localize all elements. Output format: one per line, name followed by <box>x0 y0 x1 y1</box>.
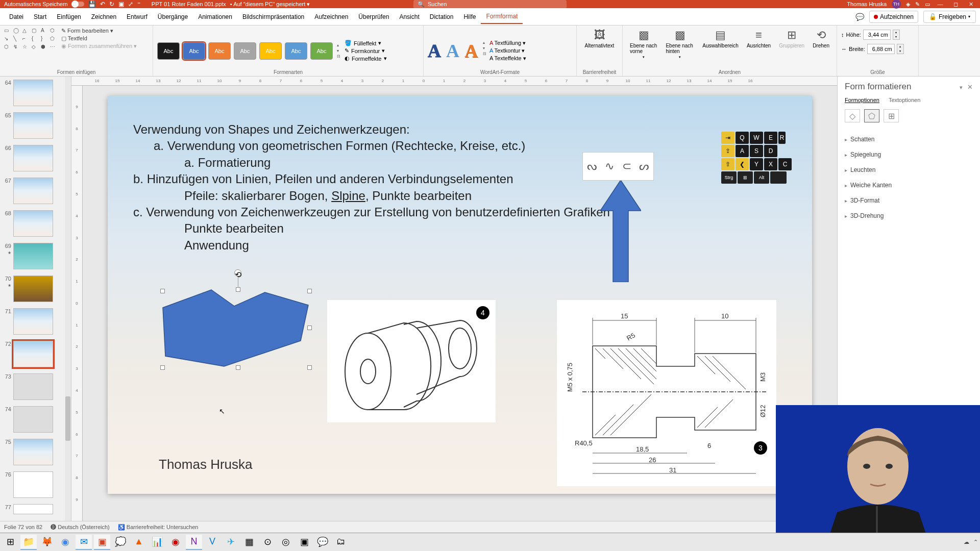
gallery-more-icon[interactable]: ⊟ <box>337 54 340 59</box>
tab-formoptionen[interactable]: Formoptionen <box>845 97 879 103</box>
shape-styles-gallery[interactable]: Abc Abc Abc Abc Abc Abc Abc ▴ ▾ ⊟ <box>157 42 340 60</box>
user-avatar[interactable]: TH <box>892 0 901 9</box>
thumb-65[interactable] <box>13 112 53 139</box>
thumbs-scrollbar[interactable] <box>65 77 71 521</box>
wordart-style-1[interactable]: A <box>428 40 441 62</box>
textfuellung-button[interactable]: A Textfüllung ▾ <box>489 40 526 46</box>
menu-ueberpruefen[interactable]: Überprüfen <box>353 10 394 23</box>
technical-image-2[interactable]: 15 10 M5 x 0,75 M3 Ø12 R40,5 18,5 6 26 3… <box>557 300 776 486</box>
menu-ansicht[interactable]: Ansicht <box>394 10 424 23</box>
app-icon-1[interactable]: 💭 <box>112 535 129 550</box>
wordart-gallery[interactable]: A A A ▴▾⊟ <box>428 40 486 62</box>
present-icon[interactable]: ▣ <box>118 1 124 8</box>
telegram-icon[interactable]: ✈ <box>223 535 239 550</box>
textfeld-button[interactable]: ▢ Textfeld <box>61 35 137 42</box>
resize-handle-sw[interactable] <box>160 365 165 370</box>
search-box[interactable]: 🔍 Suchen <box>413 0 567 9</box>
resize-handle-n[interactable] <box>236 287 240 292</box>
vscode-icon[interactable]: V <box>204 535 220 550</box>
author-text[interactable]: Thomas Hruska <box>159 457 253 472</box>
textkontur-button[interactable]: A Textkontur ▾ <box>489 47 526 54</box>
aufzeichnen-button[interactable]: Aufzeichnen <box>869 11 918 23</box>
app-icon-3[interactable]: ◉ <box>167 535 184 550</box>
diamond-icon[interactable]: ◈ <box>906 1 910 8</box>
style-swatch-7[interactable]: Abc <box>310 42 333 60</box>
powerpoint-icon[interactable]: ▣ <box>94 535 110 550</box>
thumb-75[interactable] <box>13 439 53 465</box>
menu-bildschirm[interactable]: Bildschirmpräsentation <box>237 10 309 23</box>
section-3d-drehung[interactable]: 3D-Drehung <box>845 208 973 223</box>
texteffekte-button[interactable]: A Texteffekte ▾ <box>489 55 526 62</box>
thumb-69[interactable] <box>13 243 53 269</box>
thumb-72[interactable] <box>13 341 53 367</box>
qat-more-icon[interactable]: ⁼ <box>137 1 140 8</box>
rotate-handle[interactable]: ⟲ <box>234 269 241 277</box>
width-input[interactable] <box>867 44 895 54</box>
menu-uebergaenge[interactable]: Übergänge <box>153 10 193 23</box>
formkontur-button[interactable]: ✎Formkontur ▾ <box>345 47 387 54</box>
vlc-icon[interactable]: ▲ <box>131 535 147 550</box>
app-icon-6[interactable]: ▣ <box>296 535 312 550</box>
section-leuchten[interactable]: Leuchten <box>845 162 973 178</box>
freigeben-button[interactable]: 🔓Freigeben▾ <box>923 11 976 23</box>
shape-popup-toolbar[interactable]: ᔓ ∿ ⊂ ᔕ <box>582 152 654 181</box>
slide-thumbnails-panel[interactable]: 64 65 66 67 68 69★ 70★ 71 72 73 74 75 76… <box>0 77 71 521</box>
tray-cloud-icon[interactable]: ☁ <box>964 539 969 545</box>
obs-icon[interactable]: ⊙ <box>259 535 276 550</box>
section-schatten[interactable]: Schatten <box>845 132 973 147</box>
style-swatch-5[interactable]: Abc <box>259 42 282 60</box>
wordart-style-3[interactable]: A <box>464 40 478 62</box>
drehen-button[interactable]: ⟲Drehen <box>810 28 832 49</box>
start-button[interactable]: ⊞ <box>2 535 18 550</box>
menu-hilfe[interactable]: Hilfe <box>458 10 481 23</box>
blue-up-arrow-shape[interactable] <box>600 180 641 284</box>
app-icon-8[interactable]: 🗂 <box>333 535 349 550</box>
accessibility-check[interactable]: ♿ Barrierefreiheit: Untersuchen <box>118 524 199 531</box>
wave-tool-icon[interactable]: ∿ <box>605 160 614 173</box>
resize-handle-ne[interactable] <box>307 289 312 293</box>
loop-tool-icon[interactable]: ⊂ <box>622 160 631 173</box>
menu-start[interactable]: Start <box>29 10 52 23</box>
minimize-button[interactable]: — <box>935 0 945 8</box>
save-icon[interactable]: 💾 <box>88 1 96 8</box>
onenote-icon[interactable]: N <box>186 535 202 550</box>
formeffekte-button[interactable]: ◐Formeffekte ▾ <box>345 55 387 62</box>
chrome-icon[interactable]: ◉ <box>57 535 74 550</box>
section-weiche-kanten[interactable]: Weiche Kanten <box>845 178 973 193</box>
autosave-toggle[interactable] <box>72 2 84 7</box>
maximize-button[interactable]: ◻ <box>950 0 961 8</box>
height-spinner[interactable]: ▴▾ <box>893 30 900 40</box>
auswahlbereich-button[interactable]: ▤Auswahlbereich <box>699 28 742 49</box>
form-bearbeiten-button[interactable]: ✎ Form bearbeiten ▾ <box>61 28 137 34</box>
pane-close-icon[interactable]: ✕ <box>967 83 973 91</box>
menu-entwurf[interactable]: Entwurf <box>121 10 153 23</box>
comments-icon[interactable]: 💬 <box>855 13 864 21</box>
touch-icon[interactable]: ⤢ <box>128 1 133 8</box>
style-swatch-3[interactable]: Abc <box>208 42 231 60</box>
thumb-66[interactable] <box>13 145 53 171</box>
section-3d-format[interactable]: 3D-Format <box>845 193 973 208</box>
wordart-style-2[interactable]: A <box>446 40 459 62</box>
resize-handle-nw[interactable] <box>160 289 165 293</box>
style-swatch-6[interactable]: Abc <box>285 42 307 60</box>
outlook-icon[interactable]: ✉ <box>76 535 92 550</box>
alternativtext-button[interactable]: 🖼 Alternativtext <box>582 28 618 49</box>
ebene-vorne-button[interactable]: ▩Ebene nach vorne▾ <box>627 28 660 60</box>
thumb-73[interactable] <box>13 373 53 400</box>
menu-dictation[interactable]: Dictation <box>425 10 459 23</box>
menu-einfuegen[interactable]: Einfügen <box>52 10 86 23</box>
width-spinner[interactable]: ▴▾ <box>897 44 904 54</box>
ink-icon[interactable]: ✎ <box>915 1 920 8</box>
size-props-icon[interactable]: ⊞ <box>884 109 899 122</box>
undo-icon[interactable]: ↶ <box>100 1 105 8</box>
windows-taskbar[interactable]: ⊞ 📁 🦊 ◉ ✉ ▣ 💭 ▲ 📊 ◉ N V ✈ ▦ ⊙ ◎ ▣ 💬 🗂 ☁ … <box>0 533 980 551</box>
language-indicator[interactable]: 🅓 Deutsch (Österreich) <box>51 524 110 530</box>
fill-line-icon[interactable]: ◇ <box>845 109 860 122</box>
app-icon-7[interactable]: 💬 <box>314 535 331 550</box>
slide-canvas[interactable]: Verwendung von Shapes und Zeichenwerkzeu… <box>83 86 837 521</box>
ebene-hinten-button[interactable]: ▩Ebene nach hinten▾ <box>663 28 697 60</box>
firefox-icon[interactable]: 🦊 <box>39 535 55 550</box>
gallery-up-icon[interactable]: ▴ <box>337 43 340 47</box>
menu-zeichnen[interactable]: Zeichnen <box>86 10 121 23</box>
effects-tab-icon[interactable]: ⬠ <box>864 109 879 122</box>
